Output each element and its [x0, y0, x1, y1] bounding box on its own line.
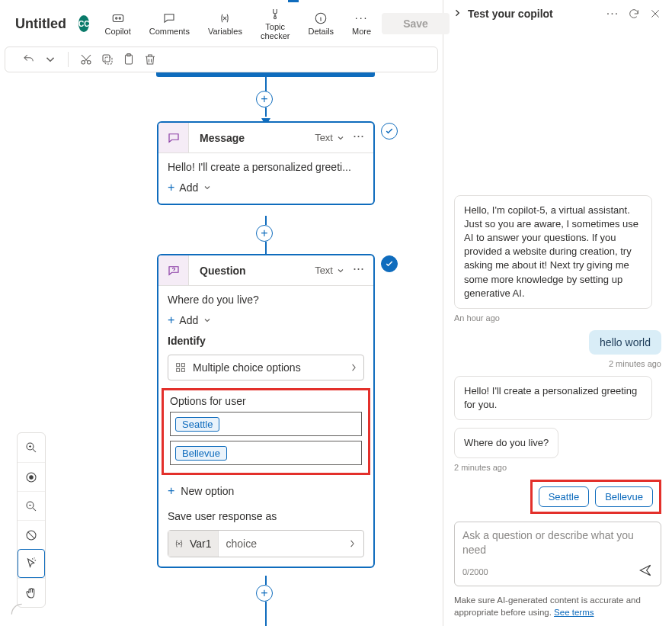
variable-chip: Var1 — [168, 531, 219, 557]
edit-toolbar — [5, 47, 438, 72]
option-chip[interactable]: Seattle — [175, 417, 219, 432]
node-status-check-icon — [381, 123, 398, 140]
identify-selector[interactable]: Multiple choice options — [168, 355, 364, 380]
more-button[interactable]: ··· More — [344, 10, 379, 37]
add-node-button[interactable]: + — [256, 585, 273, 602]
option-field-2[interactable]: Bellevue — [170, 441, 362, 465]
save-response-label: Save user response as — [168, 510, 364, 522]
copilot-button[interactable]: Copilot — [97, 10, 138, 37]
plus-icon: + — [168, 313, 174, 327]
chevron-down-icon[interactable] — [336, 133, 345, 143]
save-button[interactable]: Save — [382, 13, 450, 34]
zoom-out-button[interactable] — [18, 491, 45, 520]
svg-point-2 — [119, 18, 120, 19]
message-node[interactable]: Message Text ··· Hello! I'll create a pe… — [157, 121, 375, 205]
plus-icon: + — [168, 484, 174, 498]
panel-collapse-icon[interactable] — [453, 7, 462, 21]
question-prompt[interactable]: Where do you live? — [168, 294, 364, 306]
option-chip[interactable]: Bellevue — [175, 446, 227, 461]
question-icon — [158, 255, 189, 285]
variable-selector[interactable]: Var1 choice — [168, 530, 364, 557]
new-option-button[interactable]: + New option — [168, 483, 364, 498]
chevron-down-icon — [203, 183, 212, 192]
chevron-right-icon — [348, 538, 356, 549]
reset-view-button[interactable] — [18, 520, 45, 549]
chat-transcript[interactable]: Hello, I'm copilot-5, a virtual assistan… — [443, 27, 672, 514]
fit-button[interactable] — [18, 462, 45, 491]
question-node-menu[interactable]: ··· — [348, 261, 366, 280]
top-toolbar: Untitled CC Copilot Comments Variables T — [0, 0, 443, 43]
undo-button[interactable] — [22, 53, 36, 66]
svg-rect-12 — [181, 364, 184, 367]
authoring-canvas[interactable]: + Message Text ··· — [0, 72, 443, 626]
zoom-in-button[interactable] — [18, 433, 45, 462]
timestamp: 2 minutes ago — [454, 463, 507, 472]
variables-label: Variables — [208, 27, 242, 36]
close-button[interactable] — [648, 6, 663, 21]
send-button[interactable] — [638, 563, 653, 581]
connector-line — [265, 77, 267, 92]
composer-placeholder: Ask a question or describe what you need — [462, 528, 653, 556]
test-panel: Test your copilot ··· Hello, I'm copilot… — [443, 0, 672, 626]
message-content[interactable]: Hello! I'll create a personalized greeti… — [168, 161, 364, 173]
canvas-tool-stack — [17, 432, 46, 608]
char-counter: 0/2000 — [462, 567, 488, 576]
message-add-button[interactable]: + Add — [168, 181, 364, 194]
chevron-down-icon[interactable] — [336, 266, 345, 275]
connector-line — [265, 576, 267, 585]
undo-chevron-icon[interactable] — [43, 53, 57, 66]
bot-message: Where do you live? — [454, 428, 558, 458]
add-label: Add — [179, 181, 198, 194]
panel-more-button[interactable]: ··· — [605, 6, 620, 21]
delete-button[interactable] — [143, 53, 157, 66]
suggestion-button[interactable]: Seattle — [539, 486, 589, 507]
identify-label: Identify — [168, 335, 364, 347]
chevron-down-icon — [203, 316, 212, 325]
plus-icon: + — [168, 181, 174, 194]
add-node-button[interactable]: + — [256, 91, 273, 108]
variable-name: Var1 — [190, 538, 212, 550]
question-node[interactable]: Question Text ··· Where do you live? + A… — [157, 254, 375, 568]
variable-type: choice — [219, 538, 264, 550]
svg-point-6 — [88, 61, 91, 65]
option-field-1[interactable]: Seattle — [170, 412, 362, 436]
footnote-text: Make sure AI-generated content is accura… — [454, 596, 641, 617]
suggestions-highlight: Seattle Bellevue — [530, 480, 661, 514]
message-icon — [158, 123, 189, 152]
test-panel-title: Test your copilot — [468, 8, 553, 20]
question-type-label[interactable]: Text — [315, 265, 333, 276]
timestamp: 2 minutes ago — [609, 359, 661, 368]
see-terms-link[interactable]: See terms — [554, 608, 594, 617]
ai-disclaimer: Make sure AI-generated content is accura… — [443, 591, 672, 626]
paste-button[interactable] — [122, 53, 136, 66]
svg-point-5 — [82, 61, 85, 65]
message-node-title: Message — [200, 132, 245, 144]
topic-checker-button[interactable]: Topic checker — [253, 5, 298, 42]
add-node-button[interactable]: + — [256, 225, 273, 242]
connector-line — [265, 602, 267, 626]
topic-checker-label: Topic checker — [261, 22, 290, 40]
details-button[interactable]: Details — [300, 10, 341, 37]
avatar[interactable]: CC — [78, 15, 89, 32]
comments-button[interactable]: Comments — [142, 10, 197, 37]
bot-message: Hello! I'll create a personalized greeti… — [454, 376, 652, 420]
svg-rect-8 — [103, 55, 110, 62]
variables-button[interactable]: Variables — [200, 10, 250, 37]
svg-rect-13 — [177, 369, 180, 372]
suggestion-button[interactable]: Bellevue — [595, 486, 653, 507]
page-title[interactable]: Untitled — [15, 16, 66, 32]
question-add-button[interactable]: + Add — [168, 313, 364, 327]
refresh-button[interactable] — [626, 6, 642, 21]
message-node-menu[interactable]: ··· — [348, 128, 366, 147]
message-type-label[interactable]: Text — [315, 132, 333, 143]
variable-icon — [173, 538, 185, 550]
new-option-label: New option — [181, 485, 234, 497]
chat-composer[interactable]: Ask a question or describe what you need… — [454, 522, 661, 586]
bot-message: Hello, I'm copilot-5, a virtual assistan… — [454, 195, 652, 309]
copy-button[interactable] — [101, 53, 114, 66]
copilot-label: Copilot — [104, 27, 130, 36]
cut-button[interactable] — [79, 53, 93, 66]
question-node-title: Question — [200, 265, 246, 277]
cursor-tool-button[interactable] — [18, 549, 45, 578]
details-label: Details — [308, 27, 334, 36]
